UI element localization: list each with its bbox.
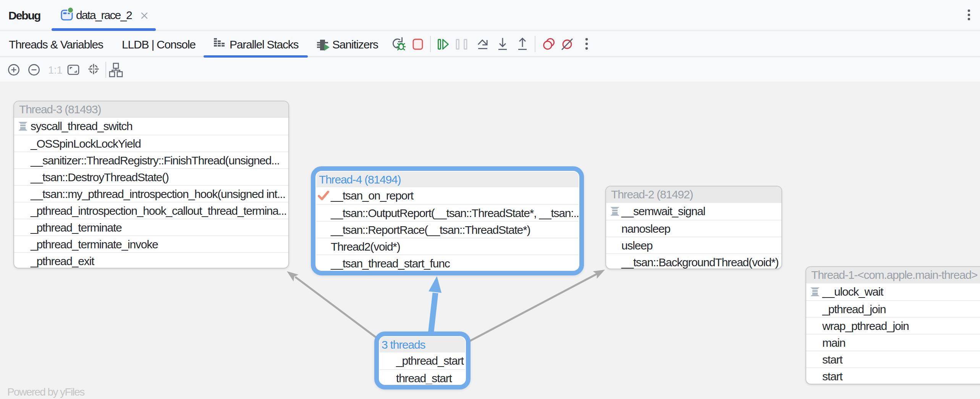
svg-text:1:1: 1:1 bbox=[48, 64, 63, 76]
